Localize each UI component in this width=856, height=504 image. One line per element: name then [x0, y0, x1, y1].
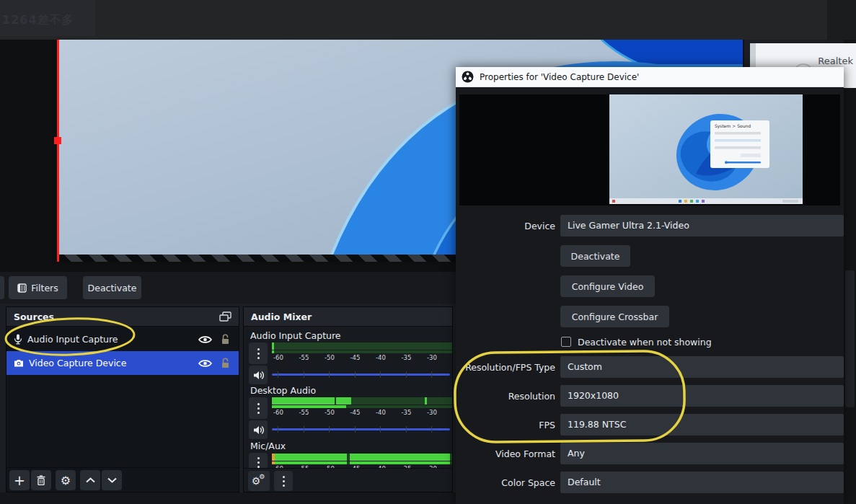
color-space-label: Color Space	[456, 477, 555, 488]
source-actions-toolbar: Filters Deactivate	[0, 272, 456, 304]
source-resize-handle[interactable]	[54, 137, 61, 144]
mixer-menu-button[interactable]	[274, 471, 293, 491]
configure-video-label: Configure Video	[572, 281, 644, 292]
mixer-channel-name: Desktop Audio	[250, 385, 316, 396]
clipped-button[interactable]	[0, 276, 4, 299]
volume-meter	[272, 397, 453, 408]
video-thumbnail: System > Sound	[609, 94, 803, 204]
mixer-bottom-toolbar: ⚙⚙	[244, 468, 452, 492]
source-row-audio-input-capture[interactable]: Audio Input Capture	[6, 327, 239, 351]
dialog-title: Properties for 'Video Capture Device'	[480, 72, 639, 82]
video-format-select[interactable]: Any	[560, 443, 844, 464]
deactivate-button-label: Deactivate	[88, 283, 137, 293]
meter-scale: -60-55-50-45-40-35-30-25	[272, 409, 453, 416]
desktop-edge-strip	[844, 40, 856, 504]
filters-button[interactable]: Filters	[9, 276, 67, 299]
video-format-label: Video Format	[456, 448, 555, 459]
audio-mixer-title: Audio Mixer	[251, 311, 312, 322]
thumb-settings-window: System > Sound	[710, 120, 769, 168]
dialog-video-preview: System > Sound	[459, 94, 840, 205]
lock-icon[interactable]	[221, 358, 230, 368]
volume-slider[interactable]	[272, 424, 453, 434]
source-properties-button[interactable]: ⚙	[56, 470, 76, 490]
top-bar-corner	[827, 0, 856, 42]
mixer-options-button[interactable]	[249, 342, 268, 364]
remove-source-button[interactable]	[31, 470, 51, 490]
filter-icon	[17, 283, 27, 293]
speaker-icon	[253, 425, 264, 435]
chevron-up-icon	[86, 477, 95, 483]
obs-window: 1264差不多 Realtek	[0, 0, 856, 504]
sources-title: Sources	[14, 311, 54, 322]
configure-crossbar-button[interactable]: Configure Crossbar	[560, 306, 669, 327]
checkbox-label: Deactivate when not showing	[578, 337, 712, 348]
lock-icon[interactable]	[221, 334, 230, 345]
visibility-eye-icon[interactable]	[198, 359, 212, 368]
source-label: Video Capture Device	[29, 358, 126, 368]
chevron-down-icon	[107, 477, 117, 483]
obs-logo-icon	[462, 71, 474, 83]
speaker-icon	[253, 371, 264, 380]
mixer-channel-name: Mic/Aux	[250, 441, 286, 451]
device-select[interactable]: Live Gamer Ultra 2.1-Video	[560, 215, 844, 236]
gear-small-icon: ⚙	[259, 474, 265, 480]
camera-icon	[14, 359, 24, 367]
source-label: Audio Input Capture	[27, 334, 118, 345]
resolution-fps-type-select[interactable]: Custom	[560, 356, 844, 378]
grouping-icon[interactable]	[219, 311, 231, 322]
add-source-button[interactable]: +	[9, 470, 30, 490]
thumb-window-title: System > Sound	[715, 123, 751, 129]
device-label: Device	[456, 221, 555, 231]
volume-slider[interactable]	[272, 369, 453, 379]
mixer-settings-button[interactable]: ⚙⚙	[248, 471, 270, 491]
resolution-select[interactable]: 1920x1080	[560, 385, 844, 407]
faint-window-text: 1264差不多	[2, 13, 74, 28]
fps-label: FPS	[456, 420, 555, 430]
configure-video-button[interactable]: Configure Video	[560, 275, 655, 297]
move-source-down-button[interactable]	[102, 470, 122, 490]
resolution-fps-type-label: Resolution/FPS Type	[456, 362, 555, 373]
window-bottom-strip	[0, 492, 456, 504]
source-selection-border	[57, 40, 59, 262]
mute-speaker-button[interactable]	[249, 420, 268, 439]
volume-meter	[272, 342, 453, 353]
realtek-label: Realtek	[818, 56, 853, 66]
top-bar: 1264差不多	[0, 0, 856, 40]
resolution-label: Resolution	[456, 391, 555, 402]
microphone-icon	[14, 334, 22, 345]
volume-meter	[272, 454, 453, 464]
deactivate-device-button[interactable]: Deactivate	[560, 245, 630, 267]
deactivate-source-button[interactable]: Deactivate	[83, 276, 141, 299]
visibility-eye-icon[interactable]	[198, 335, 212, 344]
audio-mixer-header[interactable]: Audio Mixer	[244, 307, 452, 327]
sources-bottom-toolbar: + ⚙	[6, 467, 239, 492]
deactivate-device-label: Deactivate	[571, 251, 620, 262]
properties-dialog: Properties for 'Video Capture Device' Sy…	[456, 67, 844, 504]
meter-scale: -60-55-50-45-40-35-30-25	[272, 354, 453, 361]
mixer-channel-name: Audio Input Capture	[250, 330, 341, 341]
audio-mixer-panel: Audio Mixer Audio Input Capture -60-55-5…	[243, 306, 453, 492]
mixer-options-button[interactable]	[249, 397, 268, 419]
mute-speaker-button[interactable]	[249, 366, 268, 384]
configure-crossbar-label: Configure Crossbar	[572, 311, 658, 322]
gear-icon: ⚙	[61, 474, 71, 487]
move-source-up-button[interactable]	[80, 470, 100, 490]
filters-button-label: Filters	[31, 283, 58, 293]
sources-panel-header[interactable]: Sources	[6, 307, 239, 327]
fps-select[interactable]: 119.88 NTSC	[560, 414, 844, 436]
source-row-video-capture-device[interactable]: Video Capture Device	[6, 351, 239, 375]
deactivate-when-not-showing-checkbox[interactable]	[561, 337, 571, 347]
color-space-select[interactable]: Default	[560, 472, 844, 493]
trash-icon	[37, 475, 45, 485]
dialog-title-bar[interactable]: Properties for 'Video Capture Device'	[456, 67, 844, 87]
sources-panel: Sources Audio Input Capture Video Cap	[6, 306, 239, 492]
